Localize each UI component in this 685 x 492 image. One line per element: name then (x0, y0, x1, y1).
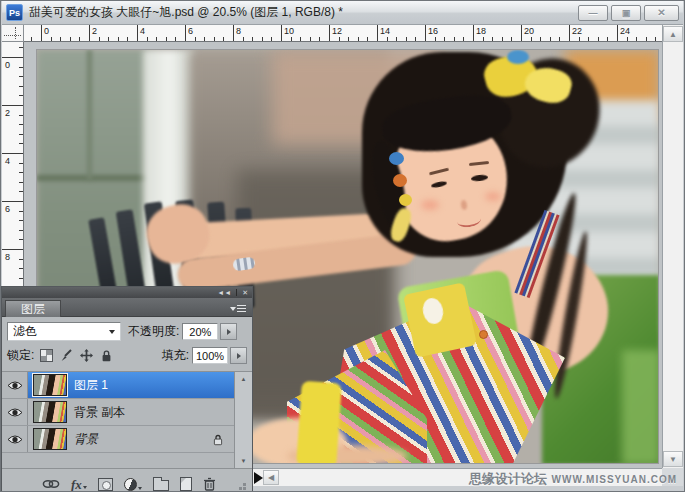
layer-name[interactable]: 背景 副本 (74, 404, 125, 421)
layers-panel-header[interactable]: ◄◄ ✕ (2, 287, 252, 298)
scroll-left-icon[interactable]: ◀ (263, 470, 279, 485)
blend-mode-select[interactable]: 滤色 (7, 322, 121, 341)
document-title: 甜美可爱的女孩 大眼仔~旭.psd @ 20.5% (图层 1, RGB/8) … (29, 4, 343, 21)
lock-transparency-icon[interactable] (40, 349, 53, 362)
lock-all-icon[interactable] (100, 349, 113, 362)
ruler-tick (108, 37, 109, 41)
photo-shape (393, 174, 407, 187)
restore-button[interactable]: ▣ (611, 5, 641, 21)
close-button[interactable]: ✕ (644, 5, 679, 21)
ruler-tick (166, 37, 167, 41)
visibility-toggle[interactable] (2, 372, 28, 398)
ruler-tick (19, 230, 23, 231)
panel-expand-arrow-icon[interactable] (254, 472, 263, 484)
ruler-tick (598, 37, 599, 41)
new-layer-icon[interactable] (180, 477, 192, 491)
opacity-input[interactable]: 20% (182, 323, 218, 340)
ruler-tick (19, 86, 23, 87)
tab-layers[interactable]: 图层 (5, 300, 61, 317)
lock-position-icon[interactable] (80, 349, 93, 362)
chevron-down-icon (138, 487, 142, 490)
ruler-tick (579, 37, 580, 41)
layers-panel-actions: fx (2, 468, 252, 492)
ruler-tick: 2 (92, 26, 97, 36)
layers-panel: ◄◄ ✕ 图层 滤色 不透明度: 20% 锁定: (1, 286, 253, 492)
ruler-tick (60, 37, 61, 41)
layer-thumbnail[interactable] (33, 374, 67, 396)
layer-thumbnail[interactable] (33, 401, 67, 423)
watermark-site-name: 思缘设计论坛 (469, 471, 547, 486)
visibility-toggle[interactable] (2, 399, 28, 425)
adjustment-layer-icon[interactable] (124, 478, 142, 491)
delete-layer-icon[interactable] (203, 477, 216, 491)
collapse-panel-icon[interactable]: ◄◄ (217, 289, 231, 296)
lock-paint-icon[interactable] (60, 349, 73, 362)
title-bar[interactable]: Ps 甜美可爱的女孩 大眼仔~旭.psd @ 20.5% (图层 1, RGB/… (2, 1, 683, 25)
link-layers-icon[interactable] (42, 478, 60, 490)
ruler-tick (252, 37, 253, 41)
close-panel-icon[interactable]: ✕ (242, 289, 248, 296)
minimize-button[interactable]: — (578, 5, 608, 21)
layer-name[interactable]: 背景 (74, 431, 98, 448)
photo-shape (479, 330, 488, 339)
layer-lock-icon (212, 433, 224, 446)
chevron-down-icon (109, 330, 115, 334)
blend-mode-value: 滤色 (13, 323, 37, 340)
layer-style-fx-icon[interactable]: fx (71, 479, 87, 490)
ruler-tick (214, 37, 215, 41)
ruler-horizontal[interactable]: 024681012141618202224 (24, 25, 663, 42)
ruler-tick (617, 25, 618, 41)
scroll-up-icon[interactable]: ▲ (663, 26, 683, 42)
ruler-tick (19, 259, 23, 260)
ruler-tick (444, 37, 445, 41)
layer-name[interactable]: 图层 1 (74, 377, 108, 394)
new-group-icon[interactable] (153, 477, 169, 491)
panel-menu-icon[interactable] (230, 304, 246, 313)
ruler-tick (41, 25, 42, 41)
ruler-tick (2, 153, 23, 154)
scroll-down-icon[interactable]: ▼ (235, 455, 252, 467)
layer-thumbnail[interactable] (33, 428, 67, 450)
fill-slider-button[interactable] (230, 347, 247, 364)
ruler-tick (387, 37, 388, 41)
layer-row-background[interactable]: 背景 (2, 426, 234, 453)
layer-row-layer1[interactable]: 图层 1 (2, 372, 234, 399)
ruler-tick: 22 (572, 26, 582, 36)
ruler-tick (415, 37, 416, 41)
ruler-tick (435, 37, 436, 41)
eye-icon (7, 434, 23, 445)
layer-list-scrollbar[interactable]: ▲ ▼ (234, 372, 252, 468)
eye-icon (7, 380, 23, 391)
ruler-tick (329, 25, 330, 41)
watermark-site-url: WWW.MISSYUAN.COM (552, 474, 677, 485)
fill-input[interactable]: 100% (192, 347, 228, 364)
ruler-origin-corner[interactable] (2, 25, 24, 42)
ruler-tick (2, 57, 23, 58)
ruler-tick (502, 37, 503, 41)
ruler-tick (262, 37, 263, 41)
ruler-tick (19, 191, 23, 192)
opacity-slider-button[interactable] (220, 323, 237, 340)
visibility-toggle[interactable] (2, 426, 28, 452)
ruler-tick (233, 25, 234, 41)
ruler-tick (147, 37, 148, 41)
ruler-tick (492, 37, 493, 41)
layer-row-background-copy[interactable]: 背景 副本 (2, 399, 234, 426)
ruler-tick (19, 211, 23, 212)
ruler-tick (19, 67, 23, 68)
ruler-tick (51, 37, 52, 41)
scroll-down-icon[interactable]: ▼ (663, 451, 683, 467)
ruler-tick (19, 134, 23, 135)
ruler-tick (19, 268, 23, 269)
ruler-tick (19, 76, 23, 77)
ruler-tick (521, 25, 522, 41)
layer-list: 图层 1 背景 副本 背景 (2, 371, 252, 468)
ruler-tick (531, 37, 532, 41)
ruler-tick (19, 143, 23, 144)
photoshop-app-icon: Ps (6, 4, 23, 21)
layers-panel-controls: 滤色 不透明度: 20% 锁定: (2, 317, 252, 371)
add-layer-mask-icon[interactable] (98, 478, 113, 491)
scroll-up-icon[interactable]: ▲ (235, 373, 252, 385)
vertical-scrollbar[interactable]: ▲ ▼ (662, 25, 683, 468)
chevron-down-icon (83, 486, 87, 489)
